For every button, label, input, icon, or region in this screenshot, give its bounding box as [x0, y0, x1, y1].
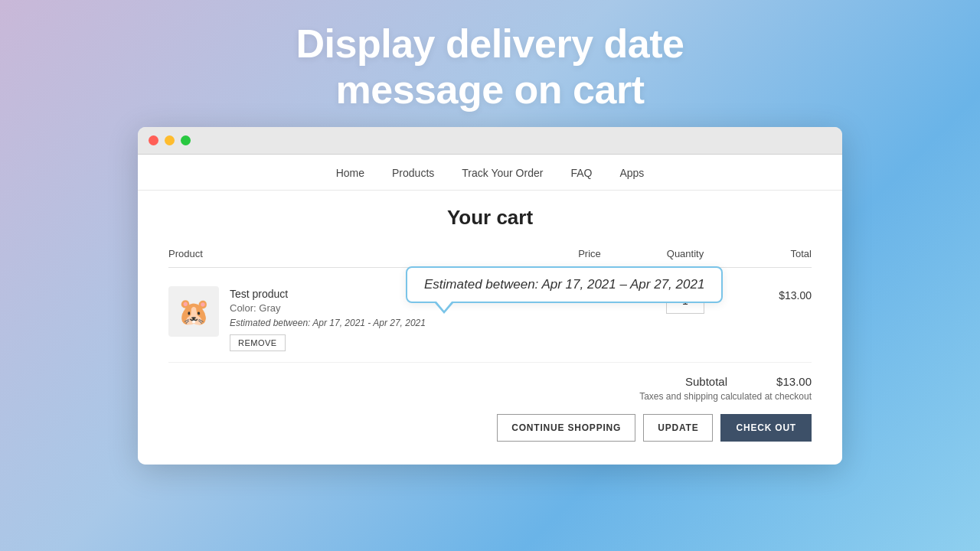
- delivery-tooltip: Estimated between: Apr 17, 2021 – Apr 27…: [406, 266, 723, 314]
- browser-window: Home Products Track Your Order FAQ Apps …: [138, 127, 842, 465]
- product-variant: Color: Gray: [230, 302, 426, 314]
- hero-title: Display delivery date message on cart: [296, 21, 684, 113]
- subtotal-row: Subtotal $13.00: [685, 375, 812, 388]
- continue-shopping-button[interactable]: CONTINUE SHOPPING: [497, 414, 635, 442]
- col-header-price: Price: [544, 248, 635, 259]
- maximize-button-icon[interactable]: [181, 135, 191, 145]
- subtotal-value: $13.00: [758, 375, 812, 388]
- close-button-icon[interactable]: [149, 135, 158, 145]
- tooltip-arrow-icon: [435, 303, 453, 314]
- nav-track-order[interactable]: Track Your Order: [462, 167, 543, 179]
- product-total: $13.00: [735, 286, 812, 302]
- remove-button[interactable]: REMOVE: [230, 334, 286, 351]
- tax-note: Taxes and shipping calculated at checkou…: [639, 391, 812, 402]
- product-name: Test product: [230, 288, 426, 300]
- nav-faq[interactable]: FAQ: [570, 167, 592, 179]
- col-header-total: Total: [735, 248, 812, 259]
- product-image: 🐹: [168, 286, 219, 337]
- browser-titlebar: [138, 127, 842, 155]
- nav-apps[interactable]: Apps: [619, 167, 644, 179]
- cart-area: Your cart Product Price Quantity Total E…: [138, 191, 842, 465]
- col-header-quantity: Quantity: [635, 248, 735, 259]
- cart-title: Your cart: [168, 206, 812, 230]
- checkout-button[interactable]: CHECK OUT: [720, 414, 812, 442]
- cart-subtotal: Subtotal $13.00 Taxes and shipping calcu…: [168, 363, 812, 402]
- browser-content: Home Products Track Your Order FAQ Apps …: [138, 155, 842, 465]
- minimize-button-icon[interactable]: [165, 135, 175, 145]
- cart-actions: CONTINUE SHOPPING UPDATE CHECK OUT: [168, 414, 812, 442]
- subtotal-label: Subtotal: [685, 375, 727, 388]
- cart-table-header: Product Price Quantity Total: [168, 248, 812, 268]
- product-details: Test product Color: Gray Estimated betwe…: [230, 286, 426, 351]
- store-nav: Home Products Track Your Order FAQ Apps: [138, 155, 842, 191]
- col-header-product: Product: [168, 248, 544, 259]
- table-row: Estimated between: Apr 17, 2021 – Apr 27…: [168, 276, 812, 363]
- update-button[interactable]: UPDATE: [643, 414, 713, 442]
- product-delivery: Estimated between: Apr 17, 2021 - Apr 27…: [230, 318, 426, 328]
- nav-home[interactable]: Home: [336, 167, 364, 179]
- nav-products[interactable]: Products: [392, 167, 434, 179]
- tooltip-text: Estimated between: Apr 17, 2021 – Apr 27…: [406, 266, 723, 303]
